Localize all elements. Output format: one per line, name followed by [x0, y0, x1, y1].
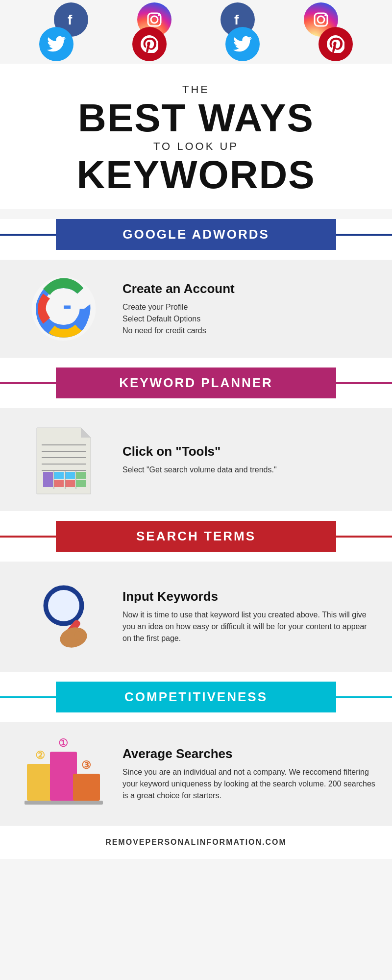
svg-point-2: [151, 16, 158, 23]
search-terms-banner: SEARCH TERMS: [56, 521, 336, 552]
svg-rect-19: [54, 480, 64, 487]
keyword-planner-text: Click on "Tools" Select "Get search volu…: [122, 444, 377, 476]
svg-rect-17: [54, 472, 64, 479]
main-content: GOOGLE ADWORDS: [0, 219, 392, 825]
google-adwords-body: Create your Profile Select Default Optio…: [122, 301, 377, 337]
footer-text: REMOVEPERSONALINFORMATION.COM: [105, 838, 287, 846]
svg-rect-39: [73, 774, 100, 801]
section-search-terms: SEARCH TERMS: [0, 521, 392, 672]
search-right-line: [336, 536, 392, 538]
comp-left-line: [0, 696, 56, 698]
social-header: f f: [0, 0, 392, 64]
keyword-right-line: [336, 382, 392, 384]
pinterest-icon-1: [132, 27, 167, 61]
search-magnifier-icon: [27, 576, 100, 657]
svg-rect-35: [27, 764, 54, 801]
pinterest-icon-2: [318, 27, 353, 61]
twitter-icon-2: [225, 27, 260, 61]
google-body-line1: Create your Profile: [122, 301, 377, 313]
title-to-look-up: TO LOOK UP: [29, 140, 363, 153]
keyword-left-line: [0, 382, 56, 384]
keyword-planner-body: Select "Get search volume data and trend…: [122, 464, 377, 476]
competitiveness-banner: COMPETITIVENESS: [56, 682, 336, 712]
google-body-line2: Select Default Options: [122, 313, 377, 325]
search-terms-text: Input Keywords Now it is time to use tha…: [122, 589, 377, 644]
search-terms-content: Input Keywords Now it is time to use tha…: [0, 562, 392, 672]
google-adwords-content: Create an Account Create your Profile Se…: [0, 260, 392, 358]
svg-text:③: ③: [81, 759, 91, 771]
section-keyword-planner: KEYWORD PLANNER: [0, 368, 392, 511]
svg-text:②: ②: [35, 749, 45, 761]
section-google-adwords: GOOGLE ADWORDS: [0, 219, 392, 358]
svg-rect-26: [76, 480, 86, 487]
google-adwords-banner: GOOGLE ADWORDS: [56, 219, 336, 250]
title-best-ways: BEST WAYS: [29, 98, 363, 138]
competitiveness-heading: Average Searches: [122, 746, 377, 761]
keyword-planner-heading: Click on "Tools": [122, 444, 377, 459]
search-terms-heading: Input Keywords: [122, 589, 377, 604]
svg-rect-25: [76, 472, 86, 479]
title-keywords: KEYWORDS: [29, 155, 363, 195]
svg-text:f: f: [234, 12, 239, 27]
footer: REMOVEPERSONALINFORMATION.COM: [0, 825, 392, 859]
google-g-icon: [29, 274, 98, 343]
google-icon-area: [15, 274, 113, 343]
google-adwords-text: Create an Account Create your Profile Se…: [122, 281, 377, 337]
keyword-planner-content: Click on "Tools" Select "Get search volu…: [0, 408, 392, 511]
svg-rect-41: [24, 801, 103, 805]
section-competitiveness: COMPETITIVENESS ② ① ③: [0, 682, 392, 825]
google-body-line3: No need for credit cards: [122, 325, 377, 337]
comp-right-line: [336, 696, 392, 698]
comp-icon-area: ② ① ③: [15, 737, 113, 810]
keyword-planner-banner: KEYWORD PLANNER: [56, 368, 336, 398]
twitter-icon-1: [39, 27, 74, 61]
competitiveness-content: ② ① ③ Average Searches Since you are an …: [0, 722, 392, 825]
svg-point-28: [48, 590, 79, 621]
search-terms-body: Now it is time to use that keyword list …: [122, 609, 377, 644]
competitiveness-banner-wrapper: COMPETITIVENESS: [0, 682, 392, 712]
svg-text:f: f: [68, 12, 73, 27]
svg-rect-21: [43, 472, 53, 487]
keyword-planner-icon: [27, 423, 100, 496]
svg-text:①: ①: [58, 737, 68, 749]
search-icon-area: [15, 576, 113, 657]
competitiveness-body: Since you are an individual and not a co…: [122, 766, 377, 802]
title-section: THE BEST WAYS TO LOOK UP KEYWORDS: [0, 64, 392, 209]
svg-point-7: [324, 14, 326, 16]
svg-marker-11: [81, 428, 91, 438]
keyword-planner-banner-wrapper: KEYWORD PLANNER: [0, 368, 392, 398]
google-adwords-heading: Create an Account: [122, 281, 377, 296]
google-right-line: [336, 234, 392, 236]
svg-point-3: [158, 14, 160, 16]
svg-rect-20: [65, 480, 75, 487]
google-left-line: [0, 234, 56, 236]
google-adwords-banner-wrapper: GOOGLE ADWORDS: [0, 219, 392, 250]
search-terms-banner-wrapper: SEARCH TERMS: [0, 521, 392, 552]
svg-rect-18: [65, 472, 75, 479]
svg-rect-37: [50, 752, 77, 801]
competitiveness-podium-icon: ② ① ③: [22, 737, 105, 810]
title-the: THE: [29, 83, 363, 96]
planner-icon-area: [15, 423, 113, 496]
search-left-line: [0, 536, 56, 538]
svg-point-6: [318, 16, 324, 23]
competitiveness-text: Average Searches Since you are an indivi…: [122, 746, 377, 802]
